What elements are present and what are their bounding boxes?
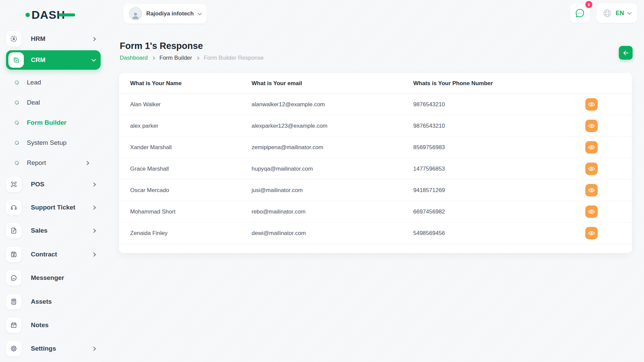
sidebar-subitem-lead[interactable]: Lead [15, 77, 99, 87]
company-name: Rajodiya infotech [146, 10, 194, 17]
sidebar-item-settings[interactable]: Settings [6, 341, 101, 356]
cell-email: hupyqa@mailinator.com [252, 166, 413, 172]
view-response-button[interactable] [585, 184, 598, 196]
invoice-icon [6, 223, 21, 238]
eye-icon [588, 101, 595, 108]
cell-phone: 9876543210 [413, 101, 585, 108]
sidebar-item-label: Support Ticket [31, 204, 92, 211]
cell-phone: 5498569456 [413, 230, 585, 237]
sidebar-item-contract[interactable]: Contract [6, 247, 101, 262]
sidebar-item-support-ticket[interactable]: Support Ticket [6, 200, 101, 215]
chevron-down-icon [92, 57, 96, 62]
breadcrumb: Dashboard Form Builder Form Builder Resp… [120, 55, 264, 61]
sidebar-item-sales[interactable]: Sales [6, 223, 101, 238]
sidebar-subitem-system-setup[interactable]: System Setup [15, 138, 99, 148]
table-row: alex parker alexparker123@example.com 98… [119, 115, 632, 137]
cell-email: alanwalker12@example.com [252, 101, 413, 108]
pos-icon [6, 177, 21, 192]
column-header-email: What is Your email [252, 80, 413, 87]
chevron-right-icon [92, 205, 96, 210]
back-button[interactable] [619, 46, 633, 60]
messenger-button[interactable]: 0 [570, 3, 590, 23]
bullet-icon [14, 100, 20, 106]
cell-name: Grace Marshall [130, 166, 252, 172]
view-response-button[interactable] [585, 141, 598, 154]
sidebar-item-label: Form Builder [27, 119, 99, 126]
globe-icon [603, 9, 612, 18]
chat-badge: 0 [585, 1, 592, 8]
cell-phone: 1477596853 [413, 166, 585, 172]
calculator-icon [6, 294, 21, 309]
cell-name: Xander Marshall [130, 144, 252, 151]
view-response-button[interactable] [585, 205, 598, 218]
bullet-icon [14, 160, 20, 166]
cell-email: jusi@mailinator.com [252, 187, 413, 194]
chevron-right-icon [92, 252, 96, 257]
chevron-right-icon [152, 56, 155, 60]
gear-icon [6, 341, 21, 356]
sidebar-item-pos[interactable]: POS [6, 177, 101, 192]
sidebar-item-label: Messenger [31, 274, 101, 282]
sidebar-item-crm[interactable]: CRM [6, 50, 101, 70]
sidebar-item-label: Notes [31, 321, 101, 329]
sidebar-subitem-report[interactable]: Report [15, 158, 99, 168]
language-label: EN [615, 10, 624, 17]
logo-dash-bar [58, 13, 75, 16]
sidebar-item-label: Contract [31, 251, 92, 258]
sidebar-item-label: HRM [31, 35, 92, 43]
eye-icon [588, 208, 595, 215]
chat-icon [575, 8, 585, 18]
cell-phone: 9418571269 [413, 187, 585, 194]
breadcrumb-form-builder-link[interactable]: Form Builder [159, 55, 192, 61]
chevron-right-icon [92, 182, 96, 187]
cell-name: alex parker [130, 123, 252, 129]
eye-icon [588, 187, 595, 194]
cell-email: alexparker123@example.com [252, 123, 413, 129]
sidebar-item-notes[interactable]: Notes [6, 317, 101, 333]
chevron-down-icon [627, 10, 632, 15]
page-title: Form 1's Response [120, 41, 203, 51]
sidebar-item-hrm[interactable]: HRM [6, 31, 101, 47]
bullet-icon [14, 120, 20, 126]
table-row: Xander Marshall zemipipena@mailinator.co… [119, 137, 632, 158]
sidebar-item-messenger[interactable]: Messenger [6, 270, 101, 286]
headphones-icon [6, 200, 21, 215]
sidebar-item-label: System Setup [27, 139, 99, 146]
chevron-down-icon [198, 11, 202, 15]
bullet-icon [14, 80, 20, 85]
arrow-left-icon [622, 49, 630, 57]
view-response-button[interactable] [585, 163, 598, 175]
calendar-icon [6, 317, 21, 333]
chevron-right-icon [92, 229, 96, 233]
chevron-right-icon [92, 37, 96, 41]
sidebar-item-label: CRM [31, 56, 92, 64]
table-row: Mohammad Short rebo@mailinator.com 66974… [119, 201, 632, 223]
sidebar-subitem-form-builder[interactable]: Form Builder [15, 118, 99, 128]
sidebar-item-label: Deal [27, 99, 99, 106]
cell-phone: 6697456982 [413, 208, 585, 215]
sidebar-item-assets[interactable]: Assets [6, 294, 101, 309]
table-row: Grace Marshall hupyqa@mailinator.com 147… [119, 158, 632, 180]
logo-dot [25, 13, 30, 17]
chevron-right-icon [196, 56, 200, 60]
sidebar-item-label: Assets [31, 298, 101, 305]
cell-name: Alan Walker [130, 101, 252, 108]
hrm-icon [6, 31, 21, 47]
view-response-button[interactable] [585, 227, 598, 239]
sidebar-item-label: POS [31, 181, 92, 188]
cell-phone: 9876543210 [413, 123, 585, 129]
avatar [129, 7, 142, 20]
responses-table-card: What is Your Name What is Your email Wha… [119, 73, 632, 253]
view-response-button[interactable] [585, 120, 598, 132]
cell-name: Mohammad Short [130, 208, 252, 215]
sidebar-subitem-deal[interactable]: Deal [15, 98, 99, 108]
table-row: Zenaida Finley dewi@mailinator.com 54985… [119, 223, 632, 244]
sidebar-item-label: Settings [31, 345, 92, 352]
language-selector[interactable]: EN [596, 3, 637, 23]
breadcrumb-dashboard-link[interactable]: Dashboard [120, 55, 148, 61]
view-response-button[interactable] [585, 98, 598, 111]
crm-icon [8, 52, 24, 68]
app-logo[interactable]: DASH [25, 7, 75, 22]
company-selector[interactable]: Rajodiya infotech [123, 4, 207, 23]
cell-name: Zenaida Finley [130, 230, 252, 237]
